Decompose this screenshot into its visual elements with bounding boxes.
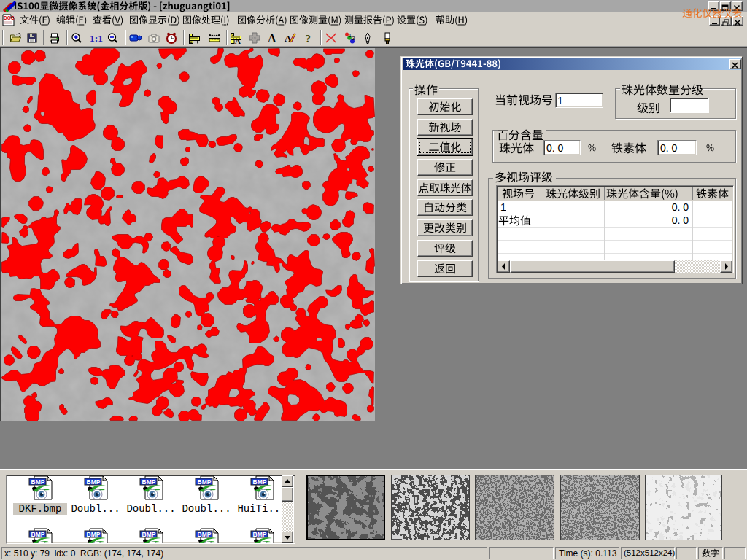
svg-text:0. 0: 0. 0 [660,142,678,154]
svg-text:BMP: BMP [142,531,156,538]
svg-text:BMP: BMP [142,478,156,486]
svg-text:BMP: BMP [198,478,212,486]
svg-text:1: 1 [500,201,506,213]
svg-text:A: A [235,36,241,45]
svg-text:BMP: BMP [87,531,101,538]
svg-text:BMP: BMP [253,531,267,538]
svg-text:DOC: DOC [4,15,15,20]
svg-text:3: 3 [352,36,355,41]
svg-text:1: 1 [557,95,563,106]
svg-text:BMP: BMP [253,478,267,486]
svg-text:BMP: BMP [31,478,45,486]
svg-text:0. 0: 0. 0 [672,201,689,213]
svg-text:0. 0: 0. 0 [546,142,564,154]
svg-text:BMP: BMP [31,531,45,538]
svg-text:1: 1 [349,33,352,38]
svg-text:BMP: BMP [198,531,212,538]
svg-text:A: A [268,32,276,44]
svg-text:1:1: 1:1 [90,33,103,44]
svg-text:?: ? [306,33,311,44]
svg-text:BMP: BMP [87,478,101,486]
svg-text:0. 0: 0. 0 [672,214,689,226]
